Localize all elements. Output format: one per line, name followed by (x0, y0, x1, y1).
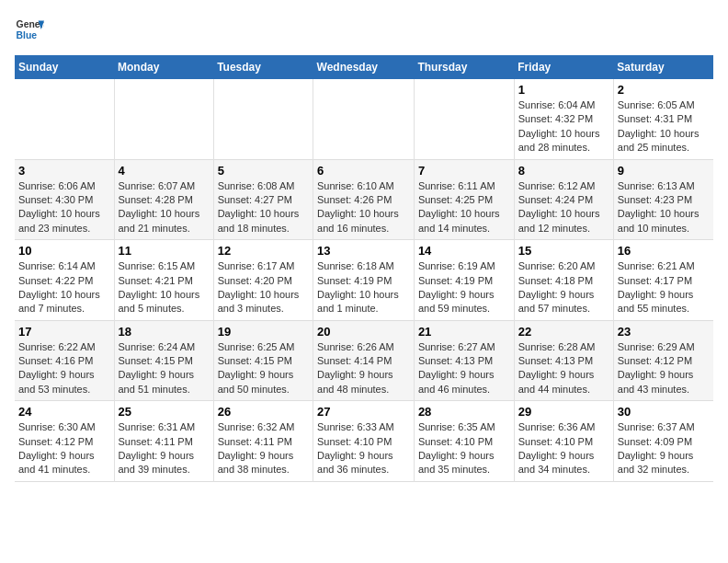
day-info: Sunrise: 6:05 AM Sunset: 4:31 PM Dayligh… (618, 98, 710, 155)
day-info: Sunrise: 6:27 AM Sunset: 4:13 PM Dayligh… (418, 340, 510, 397)
day-header-tuesday: Tuesday (213, 55, 313, 79)
day-info: Sunrise: 6:04 AM Sunset: 4:32 PM Dayligh… (518, 98, 609, 155)
calendar-cell: 9Sunrise: 6:13 AM Sunset: 4:23 PM Daylig… (613, 159, 713, 240)
calendar-cell: 13Sunrise: 6:18 AM Sunset: 4:19 PM Dayli… (313, 240, 415, 321)
day-info: Sunrise: 6:12 AM Sunset: 4:24 PM Dayligh… (518, 179, 609, 236)
calendar-cell: 2Sunrise: 6:05 AM Sunset: 4:31 PM Daylig… (613, 79, 713, 159)
calendar-cell: 8Sunrise: 6:12 AM Sunset: 4:24 PM Daylig… (514, 159, 613, 240)
week-row-1: 1Sunrise: 6:04 AM Sunset: 4:32 PM Daylig… (15, 79, 713, 159)
calendar-cell: 7Sunrise: 6:11 AM Sunset: 4:25 PM Daylig… (414, 159, 514, 240)
calendar-cell (15, 79, 114, 159)
day-number: 17 (18, 325, 110, 339)
day-number: 6 (317, 164, 410, 178)
day-header-monday: Monday (114, 55, 213, 79)
day-number: 10 (18, 244, 110, 258)
day-info: Sunrise: 6:35 AM Sunset: 4:10 PM Dayligh… (418, 420, 510, 477)
day-info: Sunrise: 6:28 AM Sunset: 4:13 PM Dayligh… (518, 340, 609, 397)
day-info: Sunrise: 6:06 AM Sunset: 4:30 PM Dayligh… (18, 179, 110, 236)
day-info: Sunrise: 6:36 AM Sunset: 4:10 PM Dayligh… (518, 420, 609, 477)
day-info: Sunrise: 6:31 AM Sunset: 4:11 PM Dayligh… (119, 420, 210, 477)
day-number: 29 (518, 405, 609, 419)
day-number: 24 (18, 405, 110, 419)
day-info: Sunrise: 6:32 AM Sunset: 4:11 PM Dayligh… (218, 420, 309, 477)
calendar-cell: 1Sunrise: 6:04 AM Sunset: 4:32 PM Daylig… (514, 79, 613, 159)
calendar-cell: 19Sunrise: 6:25 AM Sunset: 4:15 PM Dayli… (213, 320, 313, 401)
day-number: 22 (518, 325, 609, 339)
day-number: 7 (418, 164, 510, 178)
day-number: 2 (618, 83, 710, 97)
week-row-4: 17Sunrise: 6:22 AM Sunset: 4:16 PM Dayli… (15, 320, 713, 401)
day-info: Sunrise: 6:24 AM Sunset: 4:15 PM Dayligh… (119, 340, 210, 397)
calendar-cell: 24Sunrise: 6:30 AM Sunset: 4:12 PM Dayli… (15, 401, 114, 482)
day-number: 19 (218, 325, 309, 339)
day-number: 20 (317, 325, 410, 339)
day-info: Sunrise: 6:11 AM Sunset: 4:25 PM Dayligh… (418, 179, 510, 236)
calendar-cell: 15Sunrise: 6:20 AM Sunset: 4:18 PM Dayli… (514, 240, 613, 321)
day-number: 1 (518, 83, 609, 97)
calendar-cell: 14Sunrise: 6:19 AM Sunset: 4:19 PM Dayli… (414, 240, 514, 321)
day-info: Sunrise: 6:30 AM Sunset: 4:12 PM Dayligh… (18, 420, 110, 477)
day-info: Sunrise: 6:25 AM Sunset: 4:15 PM Dayligh… (218, 340, 309, 397)
day-info: Sunrise: 6:37 AM Sunset: 4:09 PM Dayligh… (618, 420, 710, 477)
calendar-cell: 20Sunrise: 6:26 AM Sunset: 4:14 PM Dayli… (313, 320, 415, 401)
day-number: 5 (218, 164, 309, 178)
calendar-cell: 26Sunrise: 6:32 AM Sunset: 4:11 PM Dayli… (213, 401, 313, 482)
svg-text:Blue: Blue (17, 30, 38, 40)
day-number: 18 (119, 325, 210, 339)
day-header-row: SundayMondayTuesdayWednesdayThursdayFrid… (15, 55, 713, 79)
calendar-cell (414, 79, 514, 159)
day-number: 4 (119, 164, 210, 178)
day-number: 23 (618, 325, 710, 339)
logo: General Blue (15, 15, 44, 44)
day-info: Sunrise: 6:29 AM Sunset: 4:12 PM Dayligh… (618, 340, 710, 397)
calendar-cell: 27Sunrise: 6:33 AM Sunset: 4:10 PM Dayli… (313, 401, 415, 482)
calendar-cell: 23Sunrise: 6:29 AM Sunset: 4:12 PM Dayli… (613, 320, 713, 401)
day-info: Sunrise: 6:14 AM Sunset: 4:22 PM Dayligh… (18, 259, 110, 316)
day-info: Sunrise: 6:07 AM Sunset: 4:28 PM Dayligh… (119, 179, 210, 236)
day-info: Sunrise: 6:15 AM Sunset: 4:21 PM Dayligh… (119, 259, 210, 316)
calendar-cell: 22Sunrise: 6:28 AM Sunset: 4:13 PM Dayli… (514, 320, 613, 401)
calendar-cell (213, 79, 313, 159)
calendar-cell: 29Sunrise: 6:36 AM Sunset: 4:10 PM Dayli… (514, 401, 613, 482)
day-header-thursday: Thursday (414, 55, 514, 79)
header: General Blue (15, 15, 713, 44)
day-info: Sunrise: 6:10 AM Sunset: 4:26 PM Dayligh… (317, 179, 410, 236)
calendar-cell: 17Sunrise: 6:22 AM Sunset: 4:16 PM Dayli… (15, 320, 114, 401)
day-header-wednesday: Wednesday (313, 55, 415, 79)
day-number: 3 (18, 164, 110, 178)
calendar-table: SundayMondayTuesdayWednesdayThursdayFrid… (15, 55, 713, 482)
calendar-cell: 25Sunrise: 6:31 AM Sunset: 4:11 PM Dayli… (114, 401, 213, 482)
calendar-cell: 28Sunrise: 6:35 AM Sunset: 4:10 PM Dayli… (414, 401, 514, 482)
day-info: Sunrise: 6:08 AM Sunset: 4:27 PM Dayligh… (218, 179, 309, 236)
calendar-cell (313, 79, 415, 159)
day-info: Sunrise: 6:21 AM Sunset: 4:17 PM Dayligh… (618, 259, 710, 316)
day-info: Sunrise: 6:13 AM Sunset: 4:23 PM Dayligh… (618, 179, 710, 236)
day-number: 27 (317, 405, 410, 419)
day-info: Sunrise: 6:19 AM Sunset: 4:19 PM Dayligh… (418, 259, 510, 316)
logo-icon: General Blue (15, 15, 44, 44)
day-header-saturday: Saturday (613, 55, 713, 79)
day-number: 12 (218, 244, 309, 258)
calendar-cell: 5Sunrise: 6:08 AM Sunset: 4:27 PM Daylig… (213, 159, 313, 240)
calendar-cell: 30Sunrise: 6:37 AM Sunset: 4:09 PM Dayli… (613, 401, 713, 482)
day-info: Sunrise: 6:33 AM Sunset: 4:10 PM Dayligh… (317, 420, 410, 477)
calendar-cell: 16Sunrise: 6:21 AM Sunset: 4:17 PM Dayli… (613, 240, 713, 321)
day-number: 8 (518, 164, 609, 178)
calendar-cell (114, 79, 213, 159)
day-number: 9 (618, 164, 710, 178)
day-number: 13 (317, 244, 410, 258)
calendar-cell: 11Sunrise: 6:15 AM Sunset: 4:21 PM Dayli… (114, 240, 213, 321)
calendar-cell: 6Sunrise: 6:10 AM Sunset: 4:26 PM Daylig… (313, 159, 415, 240)
calendar-cell: 3Sunrise: 6:06 AM Sunset: 4:30 PM Daylig… (15, 159, 114, 240)
day-number: 28 (418, 405, 510, 419)
calendar-cell: 18Sunrise: 6:24 AM Sunset: 4:15 PM Dayli… (114, 320, 213, 401)
day-info: Sunrise: 6:18 AM Sunset: 4:19 PM Dayligh… (317, 259, 410, 316)
calendar-cell: 4Sunrise: 6:07 AM Sunset: 4:28 PM Daylig… (114, 159, 213, 240)
day-number: 15 (518, 244, 609, 258)
calendar-cell: 10Sunrise: 6:14 AM Sunset: 4:22 PM Dayli… (15, 240, 114, 321)
day-number: 26 (218, 405, 309, 419)
day-header-sunday: Sunday (15, 55, 114, 79)
day-number: 16 (618, 244, 710, 258)
day-info: Sunrise: 6:26 AM Sunset: 4:14 PM Dayligh… (317, 340, 410, 397)
calendar-cell: 12Sunrise: 6:17 AM Sunset: 4:20 PM Dayli… (213, 240, 313, 321)
